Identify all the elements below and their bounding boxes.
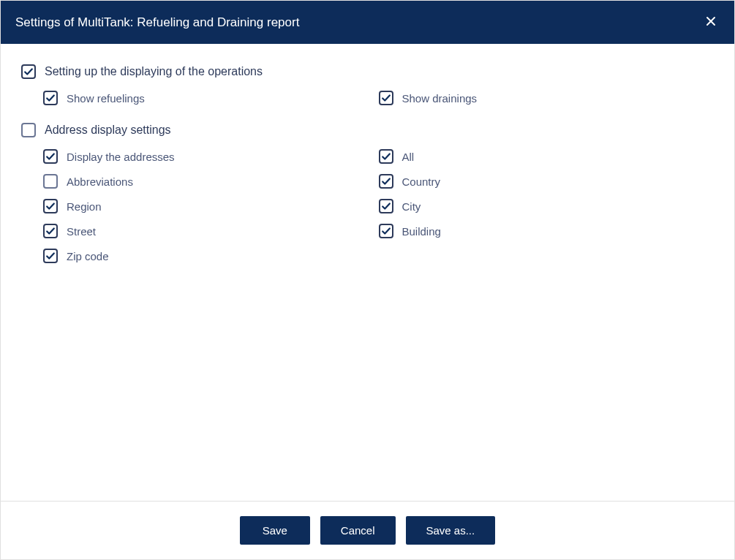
option-city-row: City — [379, 199, 715, 213]
operations-options: Show refuelings Show drainings — [21, 91, 714, 105]
checkbox-zip-code[interactable] — [43, 249, 58, 263]
label-zip-code: Zip code — [67, 250, 109, 262]
checkbox-street[interactable] — [43, 224, 58, 238]
label-show-refuelings: Show refuelings — [67, 92, 145, 105]
operations-col-right: Show drainings — [379, 91, 715, 105]
section-address-label: Address display settings — [45, 124, 171, 137]
label-show-drainings: Show drainings — [402, 92, 478, 105]
operations-col-left: Show refuelings — [43, 91, 379, 105]
label-all: All — [402, 151, 415, 163]
option-all-row: All — [379, 149, 715, 164]
close-button[interactable] — [702, 12, 720, 32]
option-country-row: Country — [379, 174, 715, 189]
option-street-row: Street — [43, 224, 379, 238]
section-operations: Setting up the displaying of the operati… — [21, 64, 714, 105]
checkbox-city[interactable] — [379, 199, 393, 213]
option-zip-code-row: Zip code — [43, 249, 379, 263]
address-options: Display the addresses Abbreviations — [21, 149, 714, 263]
section-address-header: Address display settings — [21, 123, 714, 137]
save-button[interactable]: Save — [240, 516, 310, 545]
option-building-row: Building — [379, 224, 715, 238]
label-city: City — [402, 200, 421, 213]
label-country: Country — [402, 175, 441, 188]
save-as-button[interactable]: Save as... — [406, 516, 496, 545]
checkbox-address[interactable] — [21, 123, 36, 137]
dialog-header: Settings of MultiTank: Refueling and Dra… — [1, 1, 734, 44]
close-icon — [705, 15, 717, 29]
label-street: Street — [67, 225, 96, 238]
checkbox-show-refuelings[interactable] — [43, 91, 58, 105]
checkbox-display-addresses[interactable] — [43, 149, 58, 164]
option-display-addresses-row: Display the addresses — [43, 149, 379, 164]
option-show-drainings-row: Show drainings — [379, 91, 715, 105]
section-operations-label: Setting up the displaying of the operati… — [45, 65, 263, 78]
checkbox-show-drainings[interactable] — [379, 91, 393, 105]
dialog-footer: Save Cancel Save as... — [1, 501, 734, 559]
settings-dialog: Settings of MultiTank: Refueling and Dra… — [0, 0, 735, 560]
checkbox-all[interactable] — [379, 149, 393, 164]
label-display-addresses: Display the addresses — [67, 151, 175, 163]
dialog-title: Settings of MultiTank: Refueling and Dra… — [15, 15, 299, 30]
cancel-button[interactable]: Cancel — [320, 516, 396, 545]
section-address: Address display settings Display the add… — [21, 123, 714, 263]
address-col-left: Display the addresses Abbreviations — [43, 149, 379, 263]
checkbox-country[interactable] — [379, 174, 393, 189]
option-show-refuelings-row: Show refuelings — [43, 91, 379, 105]
option-abbreviations-row: Abbreviations — [43, 174, 379, 189]
section-operations-header: Setting up the displaying of the operati… — [21, 64, 714, 79]
checkbox-building[interactable] — [379, 224, 393, 238]
checkbox-abbreviations[interactable] — [43, 174, 58, 189]
address-col-right: All Country — [379, 149, 715, 263]
checkbox-region[interactable] — [43, 199, 58, 213]
label-region: Region — [67, 200, 102, 213]
checkbox-operations[interactable] — [21, 64, 36, 79]
label-abbreviations: Abbreviations — [67, 175, 133, 188]
option-region-row: Region — [43, 199, 379, 213]
dialog-body: Setting up the displaying of the operati… — [1, 44, 734, 501]
label-building: Building — [402, 225, 441, 238]
